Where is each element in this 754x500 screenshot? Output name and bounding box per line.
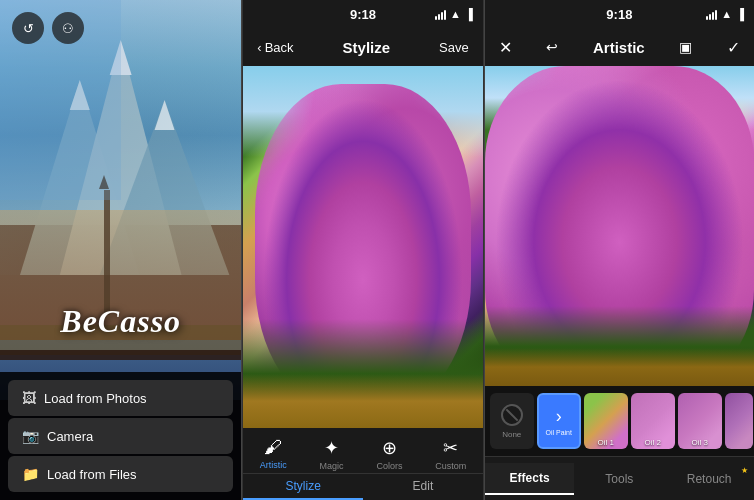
screen1-home: ↺ ⚇ BeCasso 🖼 Load from Photos 📷 Camera … [0, 0, 241, 500]
screen2-bottomtabs: 🖌 Artistic ✦ Magic ⊕ Colors ✂ Custom Sty… [243, 428, 482, 500]
filter-oil4[interactable] [725, 393, 753, 449]
none-line [505, 408, 518, 421]
tab-magic[interactable]: ✦ Magic [320, 437, 344, 471]
filter-thumb-img [725, 393, 753, 449]
signal-icon [435, 8, 446, 20]
screen2-title: Stylize [343, 39, 391, 56]
filter-oil2[interactable]: Oil 2 [631, 393, 675, 449]
confirm-button[interactable]: ✓ [727, 38, 740, 57]
folder-icon: 📁 [22, 466, 39, 482]
magic-icon: ✦ [324, 437, 339, 459]
wifi-icon: ▲ [721, 8, 732, 20]
effects-tab[interactable]: Effects [485, 463, 575, 495]
close-button[interactable]: ✕ [499, 38, 512, 57]
filter-oil3[interactable]: Oil 3 [678, 393, 722, 449]
filter-oil-paint-active[interactable]: › Oil Paint [537, 393, 581, 449]
filter-none[interactable]: None [490, 393, 534, 449]
tab-colors[interactable]: ⊕ Colors [376, 437, 402, 471]
edit-tab[interactable]: Edit [363, 474, 483, 500]
back-button[interactable]: ‹ Back [257, 40, 293, 55]
camera-icon: 📷 [22, 428, 39, 444]
screen3-statusbar-signals: ▲ ▐ [706, 8, 744, 20]
retouch-tab[interactable]: Retouch [664, 464, 754, 494]
path-area [243, 374, 482, 428]
screen3-title: Artistic [593, 39, 645, 56]
s3-path [485, 348, 754, 386]
chevron-left-icon: ‹ [257, 40, 261, 55]
filmstrip: None › Oil Paint Oil 1 Oil 2 Oil 3 [485, 386, 754, 456]
share-icon[interactable]: ⚇ [52, 12, 84, 44]
save-button[interactable]: Save [439, 40, 469, 55]
photos-icon: 🖼 [22, 390, 36, 406]
screen3-navbar: ✕ ↩ Artistic ▣ ✓ [485, 28, 754, 66]
tab-artistic[interactable]: 🖌 Artistic [260, 437, 287, 470]
camera-button[interactable]: 📷 Camera [8, 418, 233, 454]
screen1-header-icons: ↺ ⚇ [12, 12, 84, 44]
statusbar-signals: ▲ ▐ [435, 8, 473, 20]
screen3-artistic: 9:18 ▲ ▐ ✕ ↩ Artistic ▣ ✓ [485, 0, 754, 500]
layers-icon[interactable]: ▣ [679, 39, 692, 55]
load-files-button[interactable]: 📁 Load from Files [8, 456, 233, 492]
signal-icon [706, 8, 717, 20]
colors-icon: ⊕ [382, 437, 397, 459]
undo-button[interactable]: ↩ [546, 39, 558, 55]
battery-icon: ▐ [465, 8, 473, 20]
screen3-statusbar: 9:18 ▲ ▐ [485, 0, 754, 28]
stylize-tab[interactable]: Stylize [243, 474, 363, 500]
tab-icons-row: 🖌 Artistic ✦ Magic ⊕ Colors ✂ Custom [243, 428, 482, 473]
screen2-photo [243, 66, 482, 428]
screen3-photo [485, 66, 754, 386]
screen2-statusbar: 9:18 ▲ ▐ [243, 0, 482, 28]
tools-tab[interactable]: Tools [574, 464, 664, 494]
none-circle [501, 404, 523, 426]
load-photos-button[interactable]: 🖼 Load from Photos [8, 380, 233, 416]
brush-icon: 🖌 [264, 437, 282, 458]
becasso-logo: BeCasso [0, 303, 241, 340]
refresh-icon[interactable]: ↺ [12, 12, 44, 44]
screen3-bottombar: Effects Tools Retouch [485, 456, 754, 500]
scissors-icon: ✂ [443, 437, 458, 459]
screen2-navbar: ‹ Back Stylize Save [243, 28, 482, 66]
bottom-tabs-row: Stylize Edit [243, 473, 482, 500]
screen2-stylize: 9:18 ▲ ▐ ‹ Back Stylize Save [242, 0, 483, 500]
tab-custom[interactable]: ✂ Custom [435, 437, 466, 471]
wifi-icon: ▲ [450, 8, 461, 20]
screen1-buttons: 🖼 Load from Photos 📷 Camera 📁 Load from … [0, 372, 241, 500]
battery-icon: ▐ [736, 8, 744, 20]
chevron-right-icon: › [556, 406, 562, 427]
filter-oil1[interactable]: Oil 1 [584, 393, 628, 449]
